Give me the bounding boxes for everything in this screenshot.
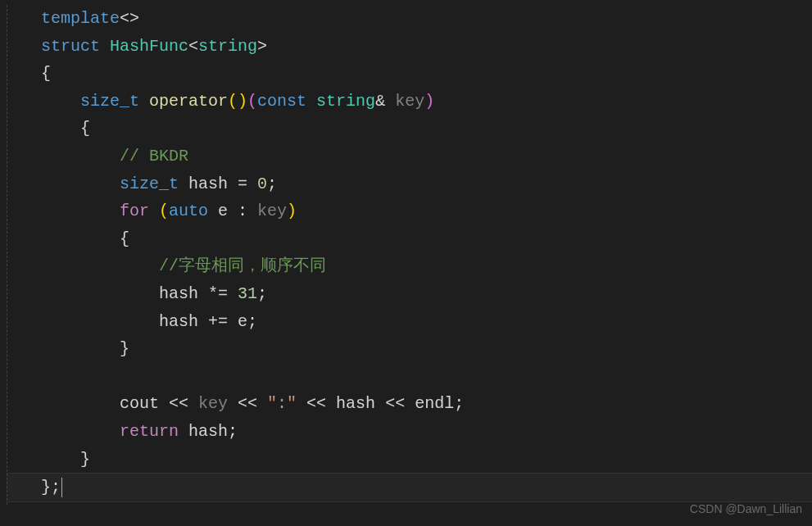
- keyword-template: template: [41, 9, 120, 28]
- code-line: //字母相同，顺序不同: [7, 252, 812, 280]
- code-line: for (auto e : key): [7, 197, 812, 225]
- watermark: CSDN @Dawn_Lillian: [690, 500, 802, 519]
- text-cursor: [61, 478, 62, 497]
- code-line: {: [7, 225, 812, 253]
- code-line: return hash;: [7, 418, 812, 446]
- code-line: {: [7, 60, 812, 88]
- code-line: size_t hash = 0;: [7, 170, 812, 198]
- code-line: cout << key << ":" << hash << endl;: [7, 390, 812, 418]
- code-line: size_t operator()(const string& key): [7, 88, 812, 116]
- code-line: hash += e;: [7, 308, 812, 336]
- keyword-struct: struct: [41, 37, 100, 56]
- code-line: [7, 363, 812, 391]
- code-line: }: [7, 335, 812, 363]
- code-line: template<>: [7, 5, 812, 33]
- code-line: // BKDR: [7, 143, 812, 170]
- code-editor[interactable]: template<> struct HashFunc<string> { siz…: [0, 0, 812, 502]
- code-line: {: [7, 115, 812, 143]
- code-line: hash *= 31;: [7, 280, 812, 308]
- code-line-active: };: [7, 473, 812, 502]
- code-line: struct HashFunc<string>: [7, 33, 812, 61]
- code-line: }: [7, 446, 812, 474]
